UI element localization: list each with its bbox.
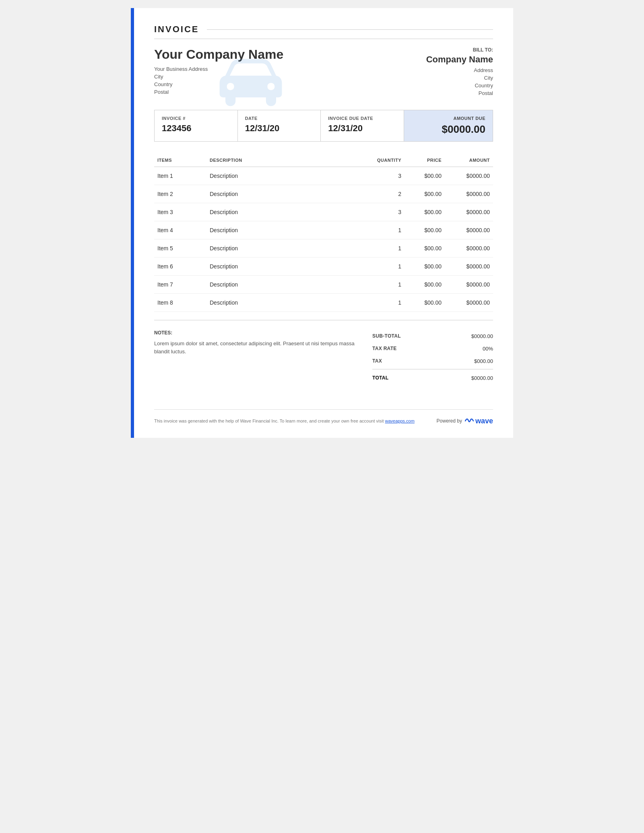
table-header-row: ITEMS DESCRIPTION QUANTITY PRICE AMOUNT [154,154,493,167]
item-amount-7: $0000.00 [445,276,493,294]
bill-country: Country [405,82,493,89]
notes-label: NOTES: [154,330,356,336]
item-amount-3: $0000.00 [445,203,493,221]
item-qty-6: 1 [364,258,405,276]
item-price-1: $00.00 [405,167,445,185]
recipient-info: BILL TO: Company Name Address City Count… [405,47,493,98]
subtotal-label: SUB-TOTAL [372,333,401,339]
footer-text: This invoice was generated with the help… [154,419,415,423]
item-price-2: $00.00 [405,185,445,203]
invoice-meta: INVOICE # 123456 DATE 12/31/20 INVOICE D… [154,110,493,142]
left-accent-bar [131,8,134,438]
tax-rate-row: TAX RATE 00% [372,342,493,355]
item-price-7: $00.00 [405,276,445,294]
table-row: Item 4 Description 1 $00.00 $0000.00 [154,221,493,239]
item-desc-4: Description [206,221,364,239]
bill-postal: Postal [405,90,493,96]
bottom-bar: This invoice was generated with the help… [154,409,493,426]
item-qty-3: 3 [364,203,405,221]
item-desc-2: Description [206,185,364,203]
table-row: Item 6 Description 1 $00.00 $0000.00 [154,258,493,276]
notes-text: Lorem ipsum dolor sit amet, consectetur … [154,340,356,355]
table-row: Item 2 Description 2 $00.00 $0000.00 [154,185,493,203]
wave-logo-icon [464,416,474,426]
item-name-2: Item 2 [154,185,206,203]
table-row: Item 1 Description 3 $00.00 $0000.00 [154,167,493,185]
item-qty-4: 1 [364,221,405,239]
bill-company-name: Company Name [405,54,493,65]
col-header-amount: AMOUNT [445,154,493,167]
totals-section: SUB-TOTAL $0000.00 TAX RATE 00% TAX $000… [372,330,493,385]
item-amount-2: $0000.00 [445,185,493,203]
item-price-3: $00.00 [405,203,445,221]
item-desc-5: Description [206,239,364,258]
subtotal-value: $0000.00 [471,333,493,339]
footer-text-content: This invoice was generated with the help… [154,419,384,423]
tax-rate-value: 00% [483,346,493,352]
item-qty-2: 2 [364,185,405,203]
item-amount-4: $0000.00 [445,221,493,239]
footer-section: NOTES: Lorem ipsum dolor sit amet, conse… [154,320,493,385]
due-date-value: 12/31/20 [328,123,396,134]
invoice-title: INVOICE [154,24,199,35]
item-name-1: Item 1 [154,167,206,185]
invoice-number-value: 123456 [162,123,230,134]
item-price-6: $00.00 [405,258,445,276]
item-price-8: $00.00 [405,294,445,312]
item-desc-3: Description [206,203,364,221]
item-qty-8: 1 [364,294,405,312]
item-amount-6: $0000.00 [445,258,493,276]
item-name-3: Item 3 [154,203,206,221]
invoice-content: INVOICE Your Company Name Your Business … [134,8,513,438]
item-desc-1: Description [206,167,364,185]
col-header-price: PRICE [405,154,445,167]
car-icon-container [215,43,287,117]
item-price-4: $00.00 [405,221,445,239]
tax-row: TAX $000.00 [372,355,493,367]
tax-label: TAX [372,358,382,364]
col-header-quantity: QUANTITY [364,154,405,167]
powered-by: Powered by wave [437,416,493,426]
wave-brand-text: wave [475,417,493,425]
meta-due-date: INVOICE DUE DATE 12/31/20 [321,110,404,141]
bill-to-label: BILL TO: [405,47,493,53]
amount-due-value: $0000.00 [411,123,485,136]
car-icon [215,43,287,115]
due-date-label: INVOICE DUE DATE [328,116,396,121]
amount-due-label: AMOUNT DUE [411,116,485,121]
total-label: TOTAL [372,375,388,381]
item-amount-8: $0000.00 [445,294,493,312]
items-table: ITEMS DESCRIPTION QUANTITY PRICE AMOUNT … [154,154,493,312]
table-row: Item 3 Description 3 $00.00 $0000.00 [154,203,493,221]
tax-rate-label: TAX RATE [372,346,397,352]
wave-logo: wave [464,416,493,426]
date-value: 12/31/20 [245,123,314,134]
waveapps-link[interactable]: waveapps.com [385,419,415,423]
tax-value: $000.00 [474,358,493,364]
col-header-description: DESCRIPTION [206,154,364,167]
item-name-6: Item 6 [154,258,206,276]
item-price-5: $00.00 [405,239,445,258]
item-desc-6: Description [206,258,364,276]
header-section: Your Company Name Your Business Address … [154,47,493,98]
item-qty-5: 1 [364,239,405,258]
item-desc-8: Description [206,294,364,312]
title-divider [207,29,493,30]
table-row: Item 8 Description 1 $00.00 $0000.00 [154,294,493,312]
invoice-page: INVOICE Your Company Name Your Business … [131,8,513,438]
item-amount-1: $0000.00 [445,167,493,185]
totals-divider [372,369,493,369]
item-qty-7: 1 [364,276,405,294]
item-name-5: Item 5 [154,239,206,258]
col-header-items: ITEMS [154,154,206,167]
invoice-title-row: INVOICE [154,24,493,39]
item-name-4: Item 4 [154,221,206,239]
table-row: Item 5 Description 1 $00.00 $0000.00 [154,239,493,258]
total-row: TOTAL $0000.00 [372,371,493,385]
total-value: $0000.00 [471,375,493,381]
table-row: Item 7 Description 1 $00.00 $0000.00 [154,276,493,294]
subtotal-row: SUB-TOTAL $0000.00 [372,330,493,342]
notes-section: NOTES: Lorem ipsum dolor sit amet, conse… [154,330,372,385]
item-desc-7: Description [206,276,364,294]
item-qty-1: 3 [364,167,405,185]
